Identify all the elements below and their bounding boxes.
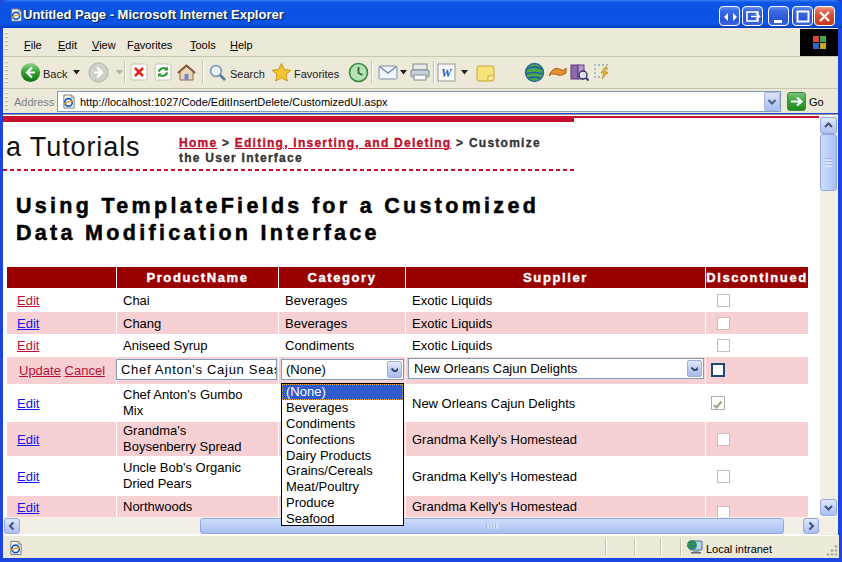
svg-text:W: W [441,66,453,80]
